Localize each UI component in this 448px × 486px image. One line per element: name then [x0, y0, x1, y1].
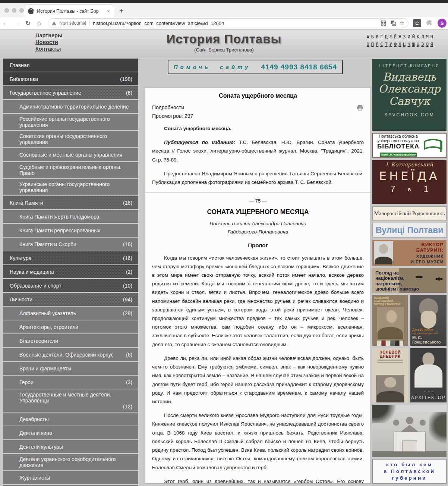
sidebar-item[interactable]: Журналисты	[3, 471, 138, 484]
url-text[interactable]: histpol.pl.ua/ru/?option=com_content&vie…	[93, 21, 377, 26]
sidebar-item[interactable]: Герои (3)	[3, 376, 138, 389]
sidebar-item[interactable]: Книга Памяти жертв Голодомора	[3, 210, 138, 223]
sidebar-item[interactable]: Книга Памяти (18)	[3, 196, 138, 209]
sidebar-item[interactable]: Главная	[3, 59, 138, 72]
alphabet-letter-link[interactable]: Ё	[394, 34, 397, 40]
browser-tab[interactable]: История Полтавы - сайт Бор ×	[24, 4, 114, 17]
banner-polevoi-dnevnik[interactable]: ПОЛЕВОЙ ДНЕВНИК	[372, 348, 408, 402]
alphabet-letter-link[interactable]: Х	[398, 42, 401, 47]
banner-kto-byl-kem[interactable]: кто был кем в Полтавской губернии	[372, 459, 447, 484]
alphabet-letter-link[interactable]: О	[366, 42, 369, 47]
sidebar-item[interactable]: Государственное управление (6)	[3, 86, 138, 99]
sidebar-item[interactable]: Личности (94)	[3, 293, 138, 306]
alphabet-letter-link[interactable]: Э	[421, 42, 424, 47]
alphabet-letter-link[interactable]: Л	[421, 34, 424, 40]
donate-banner[interactable]: Помочь сайту 4149 4993 8418 6654	[168, 60, 343, 74]
alphabet-letter-link[interactable]: Н	[430, 34, 433, 40]
bookmark-star-icon[interactable]: ☆	[400, 20, 404, 26]
close-window-icon[interactable]	[4, 8, 9, 13]
extension-c-icon[interactable]: C	[413, 19, 421, 27]
alphabet-letter-link[interactable]: Ф	[394, 42, 397, 47]
banner-church-photo[interactable]	[372, 405, 447, 457]
alphabet-letter-link[interactable]: Ю	[426, 42, 429, 47]
home-icon[interactable]: ⌂	[34, 19, 45, 27]
reload-icon[interactable]: ↻	[22, 19, 34, 27]
article-lead: Соната ущербного месяца.	[152, 124, 364, 133]
banner-eneida-book[interactable]: І. Котляревський ЕНЕЇДА 7 в 1	[372, 160, 447, 204]
sidebar-item[interactable]: Врачи и фармацевты	[3, 362, 138, 375]
apps-grid-icon[interactable]	[380, 20, 387, 26]
alphabet-letter-link[interactable]: А	[366, 34, 369, 40]
alphabet-letter-link[interactable]: К	[417, 34, 419, 40]
new-tab-button[interactable]: +	[119, 7, 124, 15]
print-icon[interactable]	[356, 104, 364, 111]
alphabet-letter-link[interactable]: И	[408, 34, 410, 40]
sidebar-item[interactable]: Российские органы государственного управ…	[3, 114, 138, 130]
alphabet-letter-link[interactable]: З	[403, 34, 406, 40]
page: История Полтавы - сайт Бор × + ← → ↻ ⌂ N…	[0, 0, 448, 486]
alphabet-letter-link[interactable]: М	[426, 34, 429, 40]
sidebar-item[interactable]: Благотворители	[3, 334, 138, 347]
forward-icon[interactable]: →	[11, 19, 22, 27]
sidebar-item[interactable]: Книга Памяти репрессированных	[3, 224, 138, 237]
alphabet-letter-link[interactable]: Я	[430, 42, 433, 47]
alphabet-letter-link[interactable]: У	[389, 42, 392, 47]
banner-arkhitektor-book[interactable]: ~ ~ ~ АРХІТЕКТОР	[410, 348, 447, 402]
alphabet-letter-link[interactable]: Д	[385, 34, 387, 40]
sidebar-item[interactable]: Судебные и правоохранительные органы. Пр…	[3, 162, 138, 178]
sidebar-item[interactable]: Советские органы государственного управл…	[3, 131, 138, 147]
sidebar-item[interactable]: Деятели кино	[3, 426, 138, 439]
details-label: Подробности	[152, 104, 184, 110]
sidebar-item[interactable]: Сословные и местные органы управления	[3, 148, 138, 161]
profile-avatar[interactable]: S	[438, 19, 447, 28]
tab-close-icon[interactable]: ×	[107, 8, 110, 14]
alphabet-letter-link[interactable]: С	[380, 42, 383, 47]
sidebar-item[interactable]: Декабристы	[3, 413, 138, 426]
banner-library[interactable]: Полтавська обласна універсальна наукова …	[372, 133, 447, 158]
banner-savchuk-bookstore[interactable]: ІНТЕРНЕТ-КНИГАРНЯ Видавець Олександр Сав…	[372, 59, 447, 131]
banner-rodoslovnik[interactable]: Малороссійскій Родословникъ	[372, 206, 447, 220]
sidebar-item[interactable]: Военные деятели. Офицерский корпус (6)	[3, 348, 138, 361]
sidebar-item[interactable]: Деятели культуры	[3, 440, 138, 453]
alphabet-letter-link[interactable]: Ч	[408, 42, 410, 47]
library-badge: імені І.П. Котляревського	[380, 153, 417, 157]
sidebar-item[interactable]: Алфавитный указатель (28)	[3, 307, 138, 320]
alphabet-letter-link[interactable]: Б	[371, 34, 374, 40]
security-warning-icon[interactable]	[52, 21, 56, 25]
window-controls[interactable]	[4, 8, 24, 13]
translate-icon[interactable]	[390, 20, 397, 26]
alphabet-letter-link[interactable]: В	[376, 34, 378, 40]
extensions-puzzle-icon[interactable]	[426, 19, 433, 27]
alphabet-letter-link[interactable]: Й	[412, 34, 415, 40]
sidebar-item[interactable]: Книга Памяти и Скорби (16)	[3, 238, 138, 251]
minimize-window-icon[interactable]	[12, 8, 16, 13]
sidebar-item[interactable]: Библиотека (198)	[3, 72, 138, 85]
alphabet-letter-link[interactable]: Ц	[403, 42, 406, 47]
sidebar-item[interactable]: Украинские органы государственного управ…	[3, 179, 138, 195]
alphabet-letter-link[interactable]: Т	[385, 42, 387, 47]
banner-hrushevskyi[interactable]: До 150-річчя від дня народження М. С. Гр…	[410, 295, 447, 346]
sidebar-item[interactable]: Культура (16)	[3, 251, 138, 264]
zoom-window-icon[interactable]	[19, 8, 24, 13]
banner-baturin[interactable]: ВИКТОР БАТУРИН: ХУДОЖНИК И ЕГО МУЗЕИ	[372, 240, 447, 266]
andriievskyi-thumbnails	[374, 341, 407, 346]
address-bar[interactable]: Non sécurisé histpol.pl.ua/ru/?option=co…	[48, 18, 408, 28]
back-icon[interactable]: ←	[0, 19, 11, 27]
banner-vulytsi-poltavy[interactable]: Вулиці Полтави	[372, 223, 447, 238]
ktobylkem-line1: кто был кем	[386, 461, 433, 468]
alphabet-letter-link[interactable]: Р	[376, 42, 378, 47]
sidebar-item[interactable]: Архитекторы, строители	[3, 320, 138, 333]
banner-pohliad[interactable]: Погляд на націоналізм, патріотизм, шовін…	[372, 268, 447, 293]
alphabet-letter-link[interactable]: Е	[389, 34, 392, 40]
sidebar-item[interactable]: Государственные и местные деятели. Управ…	[3, 389, 138, 412]
sidebar-item[interactable]: Наука и медицина (2)	[3, 265, 138, 278]
alphabet-letter-link[interactable]: Щ	[417, 42, 419, 47]
sidebar-item[interactable]: Административно-территориальное деление	[3, 100, 138, 113]
alphabet-letter-link[interactable]: П	[371, 42, 374, 47]
alphabet-letter-link[interactable]: Г	[380, 34, 383, 40]
alphabet-letter-link[interactable]: Ш	[412, 42, 415, 47]
banner-andriievskyi-book[interactable]: НЕВІДОМИЙ АНДРІЄВСЬКИЙ ПОГЛЯД У МАЙБУТНЄ	[372, 295, 408, 346]
sidebar-item[interactable]: Образование и спорт (10)	[3, 279, 138, 292]
alphabet-letter-link[interactable]: Ж	[398, 34, 401, 40]
sidebar-item[interactable]: Деятели украинского освободительного дви…	[3, 454, 138, 470]
